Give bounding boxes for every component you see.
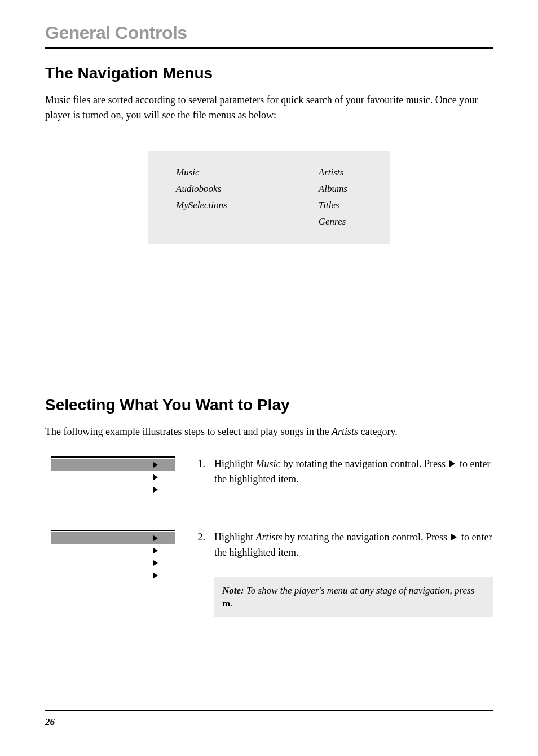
instruction-row-2: 2. Highlight Artists by rotating the nav…: [45, 530, 493, 618]
play-triangle-icon: [153, 560, 158, 566]
chapter-header: General Controls: [45, 23, 493, 49]
instruction-text-1: 1. Highlight Music by rotating the navig…: [192, 456, 493, 487]
step2-prefix: Highlight: [214, 531, 256, 543]
connector-line: [252, 170, 292, 170]
menu-item-albums: Albums: [319, 181, 373, 197]
note-label: Note:: [222, 585, 244, 596]
screen-row: [51, 544, 175, 557]
note-text-2: .: [230, 598, 232, 609]
play-triangle-icon: [153, 535, 158, 541]
play-triangle-icon: [153, 548, 158, 553]
screen-row-highlighted: [51, 459, 175, 471]
section-heading-navigation: The Navigation Menus: [45, 64, 493, 82]
instruction-text-2: 2. Highlight Artists by rotating the nav…: [192, 530, 493, 618]
page-footer: 26: [45, 710, 493, 728]
play-triangle-icon: [153, 487, 158, 493]
step-body-2: Highlight Artists by rotating the naviga…: [214, 530, 493, 618]
note-box: Note: To show the player's menu at any s…: [214, 577, 493, 618]
play-triangle-icon: [451, 534, 457, 540]
screen-row: [51, 569, 175, 582]
menu-item-audiobooks: Audiobooks: [176, 181, 253, 197]
step1-italic: Music: [256, 458, 281, 469]
step2-mid: by rotating the navigation control. Pres…: [283, 531, 450, 543]
menu-item-artists: Artists: [319, 165, 373, 181]
para2-italic: Artists: [332, 426, 358, 437]
screen-row: [51, 557, 175, 569]
note-m-key: m: [222, 598, 230, 609]
menu-item-genres: Genres: [319, 214, 373, 230]
menu-diagram: Music Audiobooks MySelections Artists Al…: [148, 151, 390, 244]
menu-column-left: Music Audiobooks MySelections: [176, 165, 253, 214]
step1-prefix: Highlight: [214, 458, 256, 469]
step2-italic: Artists: [256, 531, 283, 543]
play-triangle-icon: [153, 474, 158, 480]
screen-row: [51, 484, 175, 496]
step-number-1: 1.: [192, 456, 214, 487]
play-triangle-icon: [153, 462, 158, 468]
screen-top-line: [51, 456, 175, 458]
device-screen-2: [51, 530, 175, 582]
menu-item-titles: Titles: [319, 197, 373, 214]
step1-mid: by rotating the navigation control. Pres…: [281, 458, 448, 469]
play-triangle-icon: [449, 460, 455, 467]
menu-item-myselections: MySelections: [176, 197, 253, 214]
screen-row-highlighted: [51, 532, 175, 544]
note-text-1: To show the player's menu at any stage o…: [244, 585, 474, 596]
screen-top-line: [51, 530, 175, 531]
para2-prefix: The following example illustrates steps …: [45, 426, 332, 437]
step-body-1: Highlight Music by rotating the navigati…: [214, 456, 493, 487]
screen-row: [51, 471, 175, 484]
step-number-2: 2.: [192, 530, 214, 618]
play-triangle-icon: [153, 573, 158, 578]
para2-suffix: category.: [358, 426, 398, 437]
section2-paragraph: The following example illustrates steps …: [45, 424, 493, 439]
section-heading-selecting: Selecting What You Want to Play: [45, 396, 493, 414]
menu-item-music: Music: [176, 165, 253, 181]
menu-column-right: Artists Albums Titles Genres: [319, 165, 373, 230]
section1-paragraph: Music files are sorted according to seve…: [45, 93, 493, 123]
instruction-row-1: 1. Highlight Music by rotating the navig…: [45, 456, 493, 496]
page-number: 26: [45, 717, 493, 728]
device-screen-1: [51, 456, 175, 496]
